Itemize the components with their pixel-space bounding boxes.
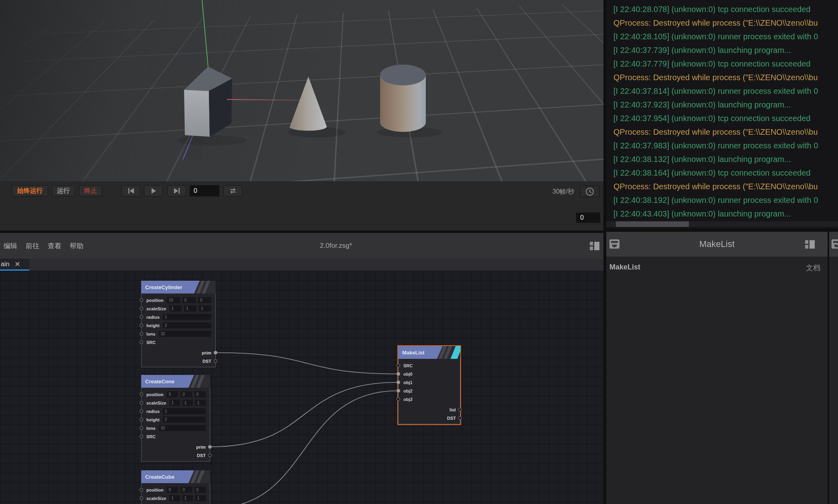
cube-mesh — [184, 67, 232, 137]
tab-main[interactable]: ain — [0, 259, 29, 271]
param-row-position: position1000 — [142, 296, 215, 304]
param-label: SRC — [146, 340, 156, 345]
cache-frame-input[interactable] — [576, 213, 600, 223]
inspector-node-name: MakeList — [609, 263, 640, 271]
param-value-input[interactable]: 1 — [195, 400, 206, 406]
input-socket-position[interactable] — [140, 393, 143, 396]
node-header[interactable]: CreateCylinder — [141, 281, 216, 293]
input-socket-scaleSize[interactable] — [140, 496, 143, 500]
cone-mesh — [289, 77, 327, 131]
menu-item-2[interactable]: 查看 — [47, 241, 62, 251]
input-socket-SRC[interactable] — [140, 340, 143, 344]
input-socket-radius[interactable] — [140, 409, 143, 413]
node-header[interactable]: CreateCone — [141, 375, 210, 388]
wire-CreateCone-to-obj1[interactable] — [210, 383, 398, 447]
graph-node-CreateCube[interactable]: CreateCubeposition000scaleSize111primDST — [141, 470, 210, 504]
param-value-input[interactable]: 0 — [194, 391, 206, 397]
param-value-input[interactable]: 1 — [182, 400, 193, 406]
param-value-input[interactable]: 1 — [184, 306, 196, 312]
input-socket-scaleSize[interactable] — [140, 401, 143, 405]
param-label: obj0 — [403, 372, 413, 376]
input-socket-scaleSize[interactable] — [140, 307, 143, 310]
param-value-input[interactable]: 1 — [170, 495, 180, 501]
param-row-position: position500 — [142, 390, 210, 399]
node-graph-editor[interactable]: CreateCylinderposition1000scaleSize111ra… — [0, 271, 603, 504]
panel-layout-icon[interactable] — [805, 240, 815, 249]
param-value-input[interactable]: 1 — [163, 314, 211, 320]
skip-to-end-button[interactable] — [167, 185, 186, 196]
param-value-input[interactable]: 0 — [182, 297, 196, 303]
param-value-input[interactable]: 0 — [167, 487, 178, 493]
input-socket-height[interactable] — [140, 418, 143, 421]
input-socket-obj2[interactable] — [397, 389, 400, 393]
view-toggle-accent[interactable] — [450, 346, 460, 359]
run-button[interactable]: 运行 — [52, 185, 75, 196]
output-socket-DST[interactable] — [208, 453, 212, 457]
graph-node-MakeList[interactable]: MakeListSRCobj0obj1obj2obj3listDST — [398, 346, 460, 424]
param-value-input[interactable]: 1 — [170, 306, 182, 312]
run-forever-button[interactable]: 始终运行 — [12, 185, 48, 196]
param-value-input[interactable]: 10 — [167, 297, 180, 303]
open-file-title: 2.0for.zsg* — [320, 233, 352, 259]
vertical-splitter[interactable] — [603, 0, 606, 504]
tab-close-icon[interactable] — [15, 261, 20, 267]
param-value-input[interactable]: 32 — [159, 331, 211, 337]
output-socket-DST[interactable] — [458, 416, 462, 420]
output-socket-list[interactable] — [458, 408, 462, 411]
param-value-input[interactable]: 1 — [182, 495, 193, 501]
param-value-input[interactable]: 1 — [199, 306, 211, 312]
menu-item-1[interactable]: 前往 — [25, 241, 40, 251]
param-value-input[interactable]: 0 — [180, 487, 192, 493]
input-socket-position[interactable] — [140, 488, 143, 492]
node-header[interactable]: MakeList — [398, 346, 460, 359]
param-value-input[interactable]: 5 — [167, 391, 178, 397]
param-value-input[interactable]: 2 — [163, 322, 211, 328]
3d-viewport[interactable] — [0, 0, 603, 181]
param-value-input[interactable]: 1 — [195, 495, 206, 501]
play-button[interactable] — [144, 185, 163, 196]
input-socket-obj1[interactable] — [397, 381, 400, 384]
param-value-input[interactable]: 2 — [163, 417, 206, 423]
wire-CreateCube-to-obj2[interactable] — [210, 391, 398, 504]
graph-node-CreateCylinder[interactable]: CreateCylinderposition1000scaleSize111ra… — [141, 281, 216, 367]
param-value-input[interactable]: 0 — [198, 297, 211, 303]
input-socket-lons[interactable] — [140, 426, 143, 430]
output-socket-DST[interactable] — [214, 359, 217, 363]
skip-to-start-button[interactable] — [121, 185, 140, 196]
menu-item-3[interactable]: 帮助 — [69, 241, 84, 251]
input-socket-SRC[interactable] — [397, 364, 400, 367]
clock-button[interactable] — [580, 186, 599, 197]
console-horizontal-scrollbar[interactable] — [606, 221, 838, 227]
param-value-input[interactable]: 0 — [194, 487, 206, 493]
input-socket-SRC[interactable] — [140, 435, 143, 438]
doc-link[interactable]: 文档 — [806, 263, 820, 273]
output-socket-prim[interactable] — [208, 445, 212, 449]
input-socket-lons[interactable] — [140, 332, 143, 336]
input-socket-position[interactable] — [140, 298, 143, 302]
input-socket-radius[interactable] — [140, 315, 143, 319]
output-row-list: list — [399, 405, 460, 414]
node-header[interactable]: CreateCube — [141, 470, 210, 483]
log-line: [I 22:40:43.403] (unknown:0) launching p… — [613, 207, 838, 221]
output-socket-prim[interactable] — [214, 351, 217, 354]
param-value-input[interactable]: 1 — [163, 408, 206, 414]
menu-item-0[interactable]: 编辑 — [3, 241, 18, 251]
param-value-input[interactable]: 1 — [170, 400, 180, 406]
console-scrollbar-thumb[interactable] — [616, 221, 689, 227]
horizontal-splitter[interactable] — [606, 229, 838, 232]
graph-node-CreateCone[interactable]: CreateConeposition500scaleSize111radius1… — [141, 375, 210, 461]
param-label: obj1 — [403, 380, 413, 385]
input-socket-height[interactable] — [140, 324, 143, 327]
kill-button[interactable]: 终止 — [79, 185, 102, 196]
wire-CreateCylinder-to-obj0[interactable] — [216, 353, 398, 374]
panel-layout-icon[interactable] — [590, 241, 599, 250]
log-line: [I 22:40:38.164] (unknown:0) tcp connect… — [613, 166, 838, 180]
input-socket-obj3[interactable] — [397, 397, 400, 401]
tray-icon[interactable] — [832, 239, 838, 249]
frame-number-input[interactable] — [190, 185, 219, 196]
input-socket-obj0[interactable] — [397, 372, 400, 376]
loop-button[interactable] — [223, 185, 242, 196]
param-value-input[interactable]: 0 — [180, 391, 192, 397]
log-console-panel[interactable]: [I 22:40:28.038] (unknown:0) launching p… — [606, 0, 838, 229]
param-value-input[interactable]: 32 — [159, 425, 206, 431]
